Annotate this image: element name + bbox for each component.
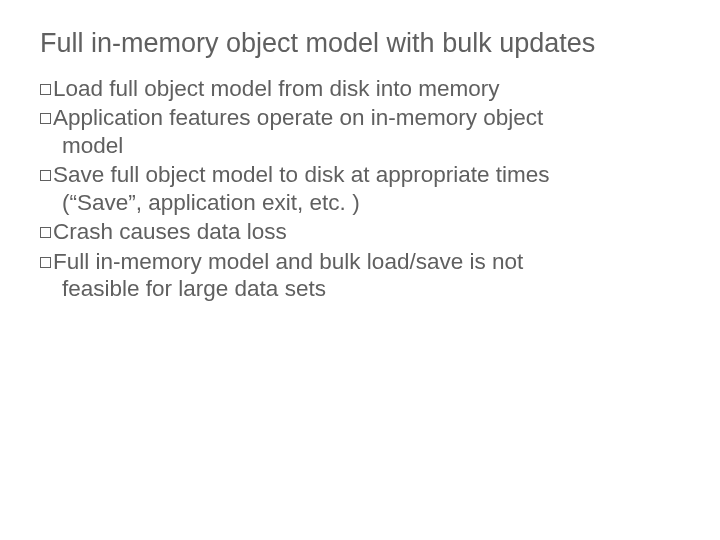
bullet-list: Load full object model from disk into me…: [40, 75, 680, 303]
bullet-text-cont: model: [40, 132, 680, 159]
list-item: Save full object model to disk at approp…: [40, 161, 680, 216]
list-item: Load full object model from disk into me…: [40, 75, 680, 102]
bullet-text: Full in-memory model and bulk load/save …: [53, 249, 523, 274]
bullet-text-cont: feasible for large data sets: [40, 275, 680, 302]
bullet-text-cont: (“Save”, application exit, etc. ): [40, 189, 680, 216]
slide: Full in-memory object model with bulk up…: [0, 0, 720, 540]
list-item: Application features operate on in-memor…: [40, 104, 680, 159]
list-item: Full in-memory model and bulk load/save …: [40, 248, 680, 303]
bullet-text: Save full object model to disk at approp…: [53, 162, 550, 187]
slide-title: Full in-memory object model with bulk up…: [40, 28, 680, 59]
square-bullet-icon: [40, 84, 51, 95]
square-bullet-icon: [40, 227, 51, 238]
bullet-text: Load full object model from disk into me…: [53, 76, 499, 101]
bullet-text: Application features operate on in-memor…: [53, 105, 543, 130]
square-bullet-icon: [40, 257, 51, 268]
bullet-text: Crash causes data loss: [53, 219, 287, 244]
list-item: Crash causes data loss: [40, 218, 680, 245]
square-bullet-icon: [40, 170, 51, 181]
square-bullet-icon: [40, 113, 51, 124]
